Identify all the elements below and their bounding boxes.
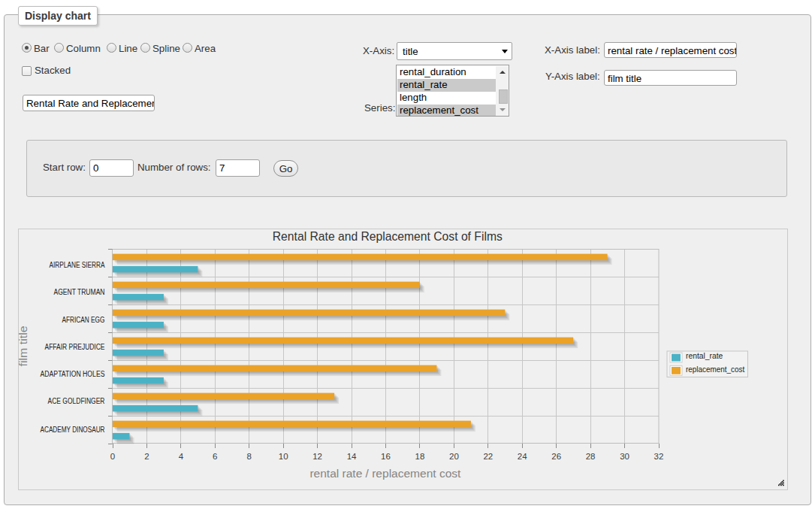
svg-text:20: 20: [449, 452, 459, 461]
svg-text:2: 2: [144, 452, 149, 461]
svg-text:6: 6: [213, 452, 217, 461]
svg-text:ADAPTATION HOLES: ADAPTATION HOLES: [41, 370, 105, 378]
svg-text:10: 10: [279, 452, 288, 461]
svg-text:AIRPLANE SIERRA: AIRPLANE SIERRA: [50, 261, 105, 269]
svg-text:AFFAIR PREJUDICE: AFFAIR PREJUDICE: [45, 343, 105, 351]
svg-text:Rental Rate and Replacement Co: Rental Rate and Replacement Cost of Film…: [273, 229, 503, 243]
svg-text:30: 30: [620, 452, 629, 461]
svg-text:8: 8: [247, 452, 252, 461]
svg-text:28: 28: [586, 452, 596, 461]
svg-text:24: 24: [518, 452, 527, 461]
svg-text:0: 0: [110, 452, 115, 461]
svg-text:replacement_cost: replacement_cost: [686, 365, 745, 374]
svg-text:16: 16: [381, 452, 391, 461]
svg-text:32: 32: [654, 452, 664, 461]
svg-text:22: 22: [483, 452, 493, 461]
svg-text:14: 14: [347, 452, 357, 461]
svg-text:26: 26: [551, 452, 561, 461]
svg-text:18: 18: [415, 452, 425, 461]
svg-text:12: 12: [312, 452, 322, 461]
svg-text:AGENT TRUMAN: AGENT TRUMAN: [54, 288, 105, 296]
svg-text:film title: film title: [19, 326, 30, 366]
svg-text:AFRICAN EGG: AFRICAN EGG: [62, 316, 105, 324]
svg-text:rental_rate: rental_rate: [686, 351, 723, 360]
svg-text:ACADEMY DINOSAUR: ACADEMY DINOSAUR: [41, 426, 105, 434]
svg-text:4: 4: [179, 452, 184, 461]
svg-text:ACE GOLDFINGER: ACE GOLDFINGER: [48, 397, 105, 405]
svg-text:rental rate / replacement cost: rental rate / replacement cost: [309, 467, 461, 480]
